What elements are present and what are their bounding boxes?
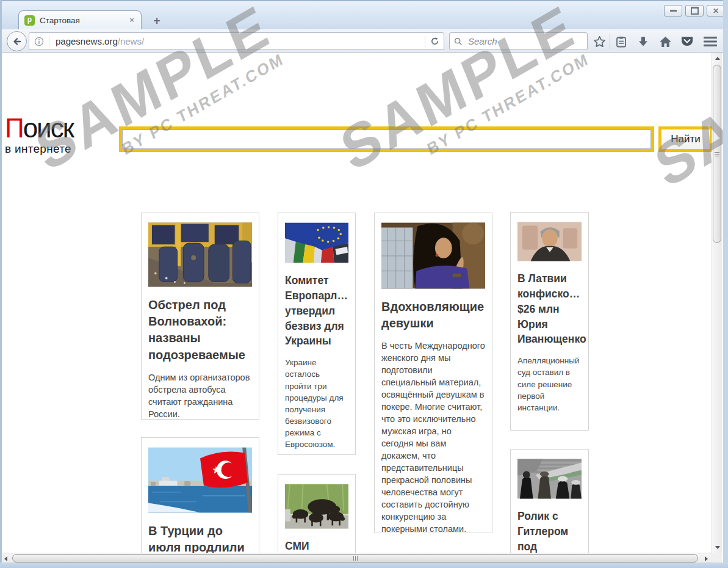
article-image-turkey-flag[interactable]: [148, 447, 252, 513]
pocket-button[interactable]: [677, 33, 697, 50]
logo-title: Поиск: [5, 115, 73, 142]
new-tab-button[interactable]: +: [148, 13, 166, 28]
article-image-hitler-footage[interactable]: [517, 459, 582, 499]
scroll-left-icon: [4, 556, 7, 561]
web-search-input[interactable]: [122, 129, 651, 149]
tab-title: Стартовая: [40, 16, 128, 25]
tab-startovaya[interactable]: p Стартовая ×: [18, 10, 142, 29]
scroll-right-icon: [705, 556, 708, 561]
downloads-button[interactable]: [633, 33, 653, 50]
horizontal-scrollbar[interactable]: [0, 553, 712, 563]
window-frame-right: [723, 0, 728, 568]
article-excerpt: Украине осталось пройти три процедуры дл…: [285, 357, 348, 450]
url-path: /news/: [118, 36, 144, 46]
titlebar: p Стартовая × + ✕: [0, 0, 728, 29]
window-frame-left: [0, 0, 2, 568]
scroll-down-button[interactable]: [712, 542, 723, 553]
article-title[interactable]: Ролик с Гитлером под: [517, 509, 582, 553]
window-close-button[interactable]: ✕: [707, 5, 725, 16]
article-image-wild-boars[interactable]: [285, 484, 348, 529]
article-title[interactable]: Комитет Европарл… утвердил безвиз для Ук…: [285, 273, 348, 349]
info-icon[interactable]: [34, 37, 44, 46]
article-card[interactable]: Обстрел под Волновахой: названы подозрев…: [141, 213, 259, 420]
article-title[interactable]: Вдохновляющие девушки: [381, 299, 485, 332]
article-image-politician-portrait[interactable]: [517, 222, 582, 261]
site-logo: Поиск в интернете: [5, 115, 73, 156]
minimize-icon: [670, 10, 677, 12]
back-arrow-icon: [12, 37, 22, 46]
article-card[interactable]: В Латвии конфиско… $26 млн Юрия Иванющен…: [510, 212, 589, 431]
article-image-bus-wreck[interactable]: [148, 222, 252, 287]
article-title[interactable]: Обстрел под Волновахой: названы подозрев…: [148, 297, 252, 363]
article-card[interactable]: Вдохновляющие девушки В честь Международ…: [374, 213, 492, 533]
web-search-box: [119, 126, 654, 152]
home-button[interactable]: [655, 33, 675, 50]
browser-search-field[interactable]: [449, 32, 588, 50]
scroll-up-button[interactable]: [712, 53, 723, 64]
article-excerpt: Апелляционный суд оставил в силе решение…: [517, 355, 582, 413]
article-card[interactable]: Ролик с Гитлером под: [510, 449, 589, 553]
article-image-poker-girl[interactable]: [381, 222, 485, 289]
scroll-up-icon: [715, 57, 720, 60]
logo-rest: оиск: [23, 113, 73, 143]
vertical-scrollbar-thumb[interactable]: [713, 65, 721, 243]
toolbar-separator: [610, 34, 610, 49]
scrollbar-corner: [712, 553, 722, 563]
window-frame-top: [0, 0, 728, 1]
window-restore-button[interactable]: [685, 5, 704, 16]
article-excerpt: Одним из организаторов обстрела автобуса…: [148, 371, 252, 420]
article-card[interactable]: В Турции до июля продлили: [141, 437, 259, 553]
hamburger-icon: [703, 36, 718, 47]
url-text: pagesnews.org/news/: [56, 36, 425, 46]
close-icon: ✕: [713, 7, 719, 15]
star-icon: [593, 35, 606, 48]
find-button[interactable]: Найти: [658, 126, 712, 152]
bookmark-star-button[interactable]: [589, 33, 609, 50]
home-icon: [659, 35, 672, 48]
search-icon: [454, 37, 463, 46]
tab-favicon-icon: p: [24, 15, 35, 26]
article-card[interactable]: Комитет Европарл… утвердил безвиз для Ук…: [278, 213, 356, 455]
bookmarks-menu-button[interactable]: [611, 33, 631, 50]
scroll-down-icon: [715, 546, 720, 549]
article-image-eu-flags[interactable]: [285, 222, 348, 263]
article-title[interactable]: В Латвии конфиско… $26 млн Юрия Иванющен…: [517, 271, 582, 347]
horizontal-scrollbar-thumb[interactable]: [12, 554, 698, 563]
article-card[interactable]: СМИ: [278, 474, 356, 553]
reload-icon: [430, 37, 439, 46]
url-bar[interactable]: pagesnews.org/news/: [29, 32, 444, 50]
urlbar-separator: [49, 36, 49, 47]
browser-search-input[interactable]: [467, 35, 587, 47]
browser-window: p Стартовая × + ✕ pagesnews.org/news/: [0, 0, 728, 568]
vertical-scrollbar[interactable]: [712, 53, 722, 553]
logo-accent-letter: П: [5, 113, 23, 143]
url-domain: pagesnews.org: [56, 36, 118, 46]
tab-close-icon[interactable]: ×: [128, 16, 136, 24]
back-button[interactable]: [7, 31, 27, 51]
window-frame-bottom: [0, 563, 728, 568]
page-content: Поиск в интернете Найти: [0, 53, 712, 553]
reload-button[interactable]: [425, 33, 444, 49]
article-title[interactable]: В Турции до июля продлили: [148, 523, 252, 553]
article-title[interactable]: СМИ: [285, 539, 348, 553]
window-minimize-button[interactable]: [664, 5, 682, 16]
restore-icon: [691, 7, 699, 15]
menu-button[interactable]: [699, 33, 721, 50]
clipboard-icon: [615, 35, 627, 48]
article-excerpt: В честь Международного женского дня мы п…: [381, 340, 485, 535]
download-arrow-icon: [637, 35, 649, 48]
pocket-icon: [680, 35, 694, 48]
logo-tagline: в интернете: [5, 142, 73, 156]
